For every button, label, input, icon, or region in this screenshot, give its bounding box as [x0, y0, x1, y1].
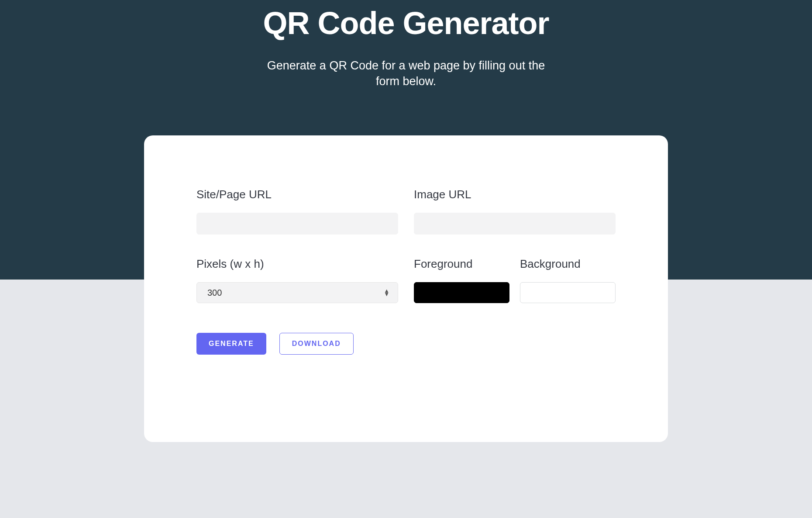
page-subtitle: Generate a QR Code for a web page by fil… [266, 58, 546, 90]
site-url-field: Site/Page URL [196, 188, 398, 235]
image-url-field: Image URL [414, 188, 616, 235]
color-fields: Foreground Background [414, 257, 616, 303]
generate-button[interactable]: GENERATE [196, 333, 266, 355]
site-url-input[interactable] [196, 213, 398, 235]
background-field: Background [520, 257, 616, 303]
pixels-select[interactable]: 300 [196, 282, 398, 303]
button-row: GENERATE DOWNLOAD [196, 333, 616, 355]
image-url-label: Image URL [414, 188, 616, 201]
pixels-label: Pixels (w x h) [196, 257, 398, 271]
site-url-label: Site/Page URL [196, 188, 398, 201]
pixels-field: Pixels (w x h) 300 ▲▼ [196, 257, 398, 303]
foreground-label: Foreground [414, 257, 509, 271]
generator-card: Site/Page URL Image URL Pixels (w x h) 3… [144, 135, 668, 442]
foreground-field: Foreground [414, 257, 509, 303]
background-label: Background [520, 257, 616, 271]
download-button[interactable]: DOWNLOAD [279, 333, 354, 355]
image-url-input[interactable] [414, 213, 616, 235]
foreground-color-input[interactable] [414, 282, 509, 303]
background-color-input[interactable] [520, 282, 616, 303]
page-title: QR Code Generator [0, 5, 812, 41]
